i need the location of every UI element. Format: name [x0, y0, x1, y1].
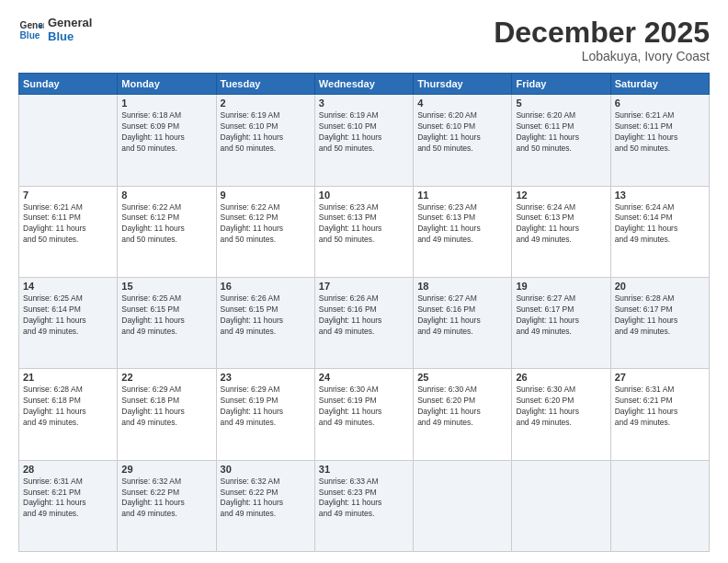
day-number: 8 — [121, 190, 211, 201]
calendar-header-thursday: Thursday — [414, 74, 512, 95]
day-number: 20 — [615, 281, 705, 292]
calendar-cell: 13Sunrise: 6:24 AM Sunset: 6:14 PM Dayli… — [610, 186, 709, 277]
calendar-cell: 15Sunrise: 6:25 AM Sunset: 6:15 PM Dayli… — [118, 277, 216, 368]
day-number: 10 — [319, 190, 409, 201]
day-info: Sunrise: 6:32 AM Sunset: 6:22 PM Dayligh… — [221, 477, 311, 521]
day-number: 4 — [417, 98, 507, 109]
calendar-header-monday: Monday — [118, 74, 216, 95]
day-number: 22 — [121, 372, 211, 383]
day-info: Sunrise: 6:33 AM Sunset: 6:23 PM Dayligh… — [319, 477, 409, 521]
calendar-cell: 9Sunrise: 6:22 AM Sunset: 6:12 PM Daylig… — [216, 186, 314, 277]
calendar-cell: 22Sunrise: 6:29 AM Sunset: 6:18 PM Dayli… — [118, 369, 216, 460]
calendar-cell: 27Sunrise: 6:31 AM Sunset: 6:21 PM Dayli… — [610, 369, 709, 460]
title-block: December 2025 Lobakuya, Ivory Coast — [494, 17, 710, 63]
day-info: Sunrise: 6:26 AM Sunset: 6:15 PM Dayligh… — [221, 293, 311, 338]
calendar-header-tuesday: Tuesday — [216, 74, 314, 95]
day-info: Sunrise: 6:19 AM Sunset: 6:10 PM Dayligh… — [319, 110, 409, 155]
calendar-cell: 3Sunrise: 6:19 AM Sunset: 6:10 PM Daylig… — [314, 95, 413, 186]
day-info: Sunrise: 6:30 AM Sunset: 6:19 PM Dayligh… — [319, 385, 409, 429]
day-info: Sunrise: 6:26 AM Sunset: 6:16 PM Dayligh… — [319, 293, 409, 338]
day-number: 11 — [417, 190, 507, 201]
svg-text:Blue: Blue — [20, 30, 40, 40]
calendar-cell: 1Sunrise: 6:18 AM Sunset: 6:09 PM Daylig… — [118, 95, 216, 186]
calendar-cell: 29Sunrise: 6:32 AM Sunset: 6:22 PM Dayli… — [118, 460, 216, 551]
calendar-cell: 23Sunrise: 6:29 AM Sunset: 6:19 PM Dayli… — [216, 369, 314, 460]
logo: General Blue General Blue — [18, 17, 92, 44]
day-number: 23 — [221, 372, 311, 383]
calendar-cell: 16Sunrise: 6:26 AM Sunset: 6:15 PM Dayli… — [216, 277, 314, 368]
day-number: 7 — [23, 190, 113, 201]
calendar-cell: 24Sunrise: 6:30 AM Sunset: 6:19 PM Dayli… — [314, 369, 413, 460]
calendar-cell: 10Sunrise: 6:23 AM Sunset: 6:13 PM Dayli… — [314, 186, 413, 277]
calendar-cell: 28Sunrise: 6:31 AM Sunset: 6:21 PM Dayli… — [19, 460, 118, 551]
calendar-week-row: 21Sunrise: 6:28 AM Sunset: 6:18 PM Dayli… — [19, 369, 710, 460]
calendar-cell: 18Sunrise: 6:27 AM Sunset: 6:16 PM Dayli… — [414, 277, 512, 368]
day-info: Sunrise: 6:25 AM Sunset: 6:14 PM Dayligh… — [23, 293, 113, 338]
day-number: 14 — [23, 281, 113, 292]
day-number: 30 — [221, 464, 311, 475]
day-number: 26 — [516, 372, 606, 383]
calendar-cell — [414, 460, 512, 551]
calendar-header-wednesday: Wednesday — [314, 74, 413, 95]
calendar-week-row: 1Sunrise: 6:18 AM Sunset: 6:09 PM Daylig… — [19, 95, 710, 186]
day-number: 21 — [23, 372, 113, 383]
day-info: Sunrise: 6:31 AM Sunset: 6:21 PM Dayligh… — [23, 477, 113, 521]
day-number: 1 — [121, 98, 211, 109]
calendar-week-row: 28Sunrise: 6:31 AM Sunset: 6:21 PM Dayli… — [19, 460, 710, 551]
day-number: 6 — [615, 98, 705, 109]
calendar-cell: 26Sunrise: 6:30 AM Sunset: 6:20 PM Dayli… — [512, 369, 610, 460]
logo-text: General Blue — [48, 17, 92, 44]
day-info: Sunrise: 6:31 AM Sunset: 6:21 PM Dayligh… — [615, 385, 705, 429]
calendar-cell: 19Sunrise: 6:27 AM Sunset: 6:17 PM Dayli… — [512, 277, 610, 368]
calendar-cell — [512, 460, 610, 551]
day-number: 2 — [221, 98, 311, 109]
day-info: Sunrise: 6:29 AM Sunset: 6:19 PM Dayligh… — [221, 385, 311, 429]
day-number: 5 — [516, 98, 606, 109]
day-number: 28 — [23, 464, 113, 475]
logo-line1: General — [48, 17, 92, 30]
calendar-cell: 20Sunrise: 6:28 AM Sunset: 6:17 PM Dayli… — [610, 277, 709, 368]
day-number: 13 — [615, 190, 705, 201]
day-number: 24 — [319, 372, 409, 383]
day-info: Sunrise: 6:29 AM Sunset: 6:18 PM Dayligh… — [121, 385, 211, 429]
calendar-cell: 25Sunrise: 6:30 AM Sunset: 6:20 PM Dayli… — [414, 369, 512, 460]
day-info: Sunrise: 6:18 AM Sunset: 6:09 PM Dayligh… — [121, 110, 211, 155]
day-info: Sunrise: 6:32 AM Sunset: 6:22 PM Dayligh… — [121, 477, 211, 521]
calendar-week-row: 7Sunrise: 6:21 AM Sunset: 6:11 PM Daylig… — [19, 186, 710, 277]
calendar-header-friday: Friday — [512, 74, 610, 95]
day-number: 17 — [319, 281, 409, 292]
calendar-cell: 21Sunrise: 6:28 AM Sunset: 6:18 PM Dayli… — [19, 369, 118, 460]
day-info: Sunrise: 6:24 AM Sunset: 6:13 PM Dayligh… — [516, 202, 606, 247]
day-number: 16 — [221, 281, 311, 292]
calendar-cell: 14Sunrise: 6:25 AM Sunset: 6:14 PM Dayli… — [19, 277, 118, 368]
calendar-cell: 4Sunrise: 6:20 AM Sunset: 6:10 PM Daylig… — [414, 95, 512, 186]
calendar-cell: 5Sunrise: 6:20 AM Sunset: 6:11 PM Daylig… — [512, 95, 610, 186]
day-number: 18 — [417, 281, 507, 292]
day-info: Sunrise: 6:22 AM Sunset: 6:12 PM Dayligh… — [221, 202, 311, 247]
calendar-cell: 2Sunrise: 6:19 AM Sunset: 6:10 PM Daylig… — [216, 95, 314, 186]
day-info: Sunrise: 6:19 AM Sunset: 6:10 PM Dayligh… — [221, 110, 311, 155]
calendar-cell: 30Sunrise: 6:32 AM Sunset: 6:22 PM Dayli… — [216, 460, 314, 551]
day-number: 3 — [319, 98, 409, 109]
day-info: Sunrise: 6:27 AM Sunset: 6:17 PM Dayligh… — [516, 293, 606, 338]
calendar-cell — [610, 460, 709, 551]
day-info: Sunrise: 6:20 AM Sunset: 6:10 PM Dayligh… — [417, 110, 507, 155]
page: General Blue General Blue December 2025 … — [0, 0, 728, 563]
month-title: December 2025 — [494, 17, 710, 49]
calendar-cell: 8Sunrise: 6:22 AM Sunset: 6:12 PM Daylig… — [118, 186, 216, 277]
day-info: Sunrise: 6:30 AM Sunset: 6:20 PM Dayligh… — [516, 385, 606, 429]
calendar-cell — [19, 95, 118, 186]
day-info: Sunrise: 6:28 AM Sunset: 6:17 PM Dayligh… — [615, 293, 705, 338]
logo-icon: General Blue — [18, 17, 44, 43]
day-info: Sunrise: 6:23 AM Sunset: 6:13 PM Dayligh… — [417, 202, 507, 247]
day-info: Sunrise: 6:20 AM Sunset: 6:11 PM Dayligh… — [516, 110, 606, 155]
day-number: 15 — [121, 281, 211, 292]
day-info: Sunrise: 6:25 AM Sunset: 6:15 PM Dayligh… — [121, 293, 211, 338]
day-number: 29 — [121, 464, 211, 475]
day-info: Sunrise: 6:30 AM Sunset: 6:20 PM Dayligh… — [417, 385, 507, 429]
calendar-cell: 17Sunrise: 6:26 AM Sunset: 6:16 PM Dayli… — [314, 277, 413, 368]
day-info: Sunrise: 6:23 AM Sunset: 6:13 PM Dayligh… — [319, 202, 409, 247]
header: General Blue General Blue December 2025 … — [18, 17, 710, 63]
calendar-header-row: SundayMondayTuesdayWednesdayThursdayFrid… — [19, 74, 710, 95]
day-info: Sunrise: 6:21 AM Sunset: 6:11 PM Dayligh… — [615, 110, 705, 155]
